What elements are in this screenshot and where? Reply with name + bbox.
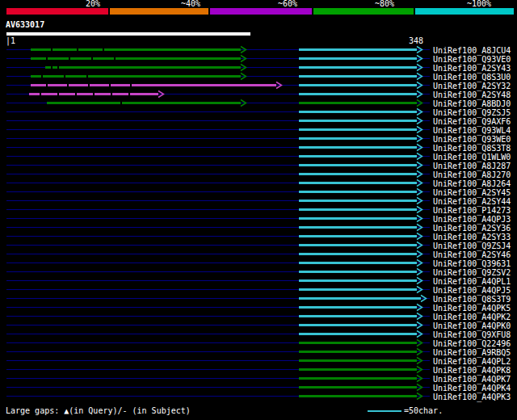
gap-tick xyxy=(93,92,95,96)
hsp-bar[interactable] xyxy=(31,75,241,78)
gap-tick xyxy=(91,57,93,61)
hsp-bar[interactable] xyxy=(299,306,417,309)
hsp-bar[interactable] xyxy=(299,128,417,131)
alignment-row[interactable]: UniRef100_A4QPK3 xyxy=(6,393,511,402)
hsp-bar[interactable] xyxy=(299,182,417,184)
hsp-bar[interactable] xyxy=(299,262,417,264)
hsp-bar[interactable] xyxy=(299,75,417,78)
gap-tick xyxy=(64,74,65,78)
hsp-bar[interactable] xyxy=(299,359,417,362)
hit-label[interactable]: UniRef100_A4QPK3 xyxy=(433,393,511,402)
gap-tick xyxy=(51,48,53,52)
gap-tick xyxy=(120,101,122,105)
hsp-bar[interactable] xyxy=(299,315,417,317)
gap-tick xyxy=(69,57,70,61)
hsp-bar[interactable] xyxy=(299,137,417,140)
gap-tick xyxy=(57,65,59,69)
hsp-bar[interactable] xyxy=(299,191,417,193)
hsp-bar[interactable] xyxy=(299,102,417,104)
hsp-bar[interactable] xyxy=(299,93,417,95)
hsp-bar[interactable] xyxy=(299,271,417,273)
hsp-bar[interactable] xyxy=(299,297,421,300)
gap-tick xyxy=(86,74,88,78)
hsp-bar[interactable] xyxy=(299,395,417,397)
hsp-bar[interactable] xyxy=(299,324,417,326)
alignment-plot: UniRef100_A8JCU4UniRef100_Q93VE0UniRef10… xyxy=(0,0,517,420)
gap-tick xyxy=(77,48,78,52)
hsp-bar[interactable] xyxy=(299,200,417,202)
hsp-bar[interactable] xyxy=(299,333,417,335)
hsp-bar[interactable] xyxy=(299,217,417,220)
hsp-bar[interactable] xyxy=(299,386,417,388)
blast-graphic-overview: 20%~40%~60%~80%~100% AV633017 |1 348 Uni… xyxy=(0,0,517,420)
large-gaps-legend: Large gaps: ▲(in Query)/- (in Subject) xyxy=(6,406,191,415)
gap-tick xyxy=(103,48,104,52)
hsp-bar[interactable] xyxy=(299,351,417,353)
gap-tick xyxy=(114,57,116,61)
hsp-bar[interactable] xyxy=(299,244,417,246)
hsp-bar[interactable] xyxy=(299,164,417,166)
hsp-bar[interactable] xyxy=(299,253,417,255)
hsp-bar[interactable] xyxy=(299,235,417,237)
scale-line-legend xyxy=(368,410,401,412)
hsp-bar[interactable] xyxy=(299,155,417,158)
gap-tick xyxy=(88,83,90,87)
hsp-bar[interactable] xyxy=(31,57,241,60)
hsp-bar[interactable] xyxy=(47,102,241,104)
hsp-bar[interactable] xyxy=(31,48,241,51)
hsp-bar[interactable] xyxy=(299,279,417,282)
gap-tick xyxy=(46,83,48,87)
gap-tick xyxy=(40,92,41,96)
hsp-bar[interactable] xyxy=(299,208,417,211)
hsp-bar[interactable] xyxy=(299,48,417,51)
gap-tick xyxy=(51,65,53,69)
hsp-bar[interactable] xyxy=(299,368,417,371)
gap-tick xyxy=(130,83,132,87)
hsp-bar[interactable] xyxy=(299,146,417,149)
gap-tick xyxy=(111,92,112,96)
hsp-bar[interactable] xyxy=(299,84,417,86)
gap-tick xyxy=(109,83,111,87)
hsp-bar[interactable] xyxy=(299,120,417,122)
gap-tick xyxy=(57,92,59,96)
hsp-bar[interactable] xyxy=(299,377,417,380)
scale-length-label: =50char. xyxy=(404,406,443,415)
hsp-bar[interactable] xyxy=(299,66,417,69)
hsp-bar[interactable] xyxy=(45,66,241,69)
hsp-bar[interactable] xyxy=(299,111,417,113)
hsp-bar[interactable] xyxy=(299,226,417,229)
gap-tick xyxy=(128,92,130,96)
hsp-bar[interactable] xyxy=(299,288,417,291)
hsp-bar[interactable] xyxy=(299,342,417,344)
gap-tick xyxy=(67,83,69,87)
gap-tick xyxy=(41,74,43,78)
gap-tick xyxy=(75,92,77,96)
gap-tick xyxy=(46,57,48,61)
hsp-bar[interactable] xyxy=(299,57,417,60)
hsp-bar[interactable] xyxy=(299,173,417,175)
